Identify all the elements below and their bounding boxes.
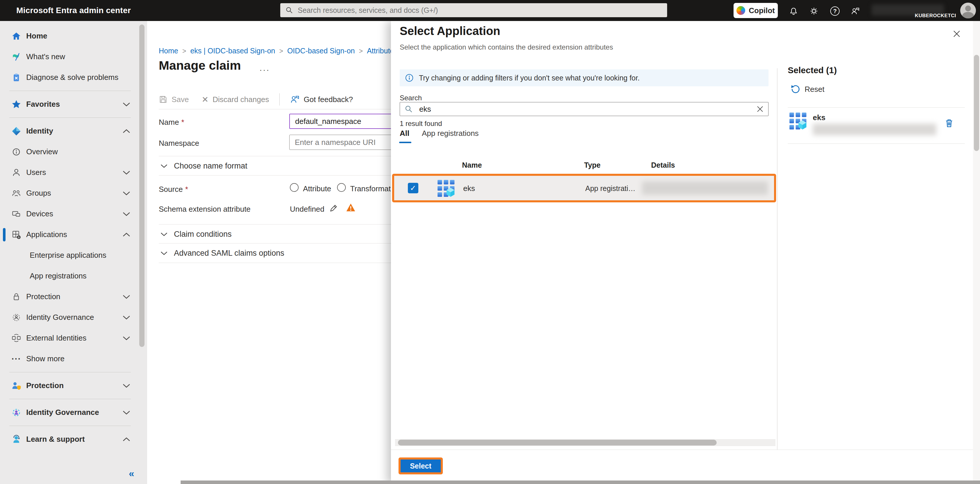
sidebar-item-favorites[interactable]: Favorites bbox=[0, 94, 147, 115]
global-search[interactable] bbox=[280, 3, 667, 17]
sidebar-item-learn-support[interactable]: Learn & support bbox=[0, 429, 147, 450]
breadcrumb-separator: > bbox=[182, 47, 186, 55]
applications-grid-icon bbox=[10, 228, 23, 241]
sidebar-item-overview[interactable]: Overview bbox=[0, 141, 147, 162]
window-scrollbar-thumb[interactable] bbox=[974, 55, 979, 151]
namespace-input[interactable] bbox=[289, 135, 391, 150]
source-attribute-radio[interactable] bbox=[290, 183, 299, 192]
sidebar-item-protection[interactable]: Protection bbox=[0, 286, 147, 307]
tab-app-registrations[interactable]: App registrations bbox=[422, 129, 479, 138]
selected-indicator bbox=[3, 228, 6, 241]
chevron-down-icon bbox=[123, 383, 130, 388]
horizontal-scrollbar-track[interactable] bbox=[395, 439, 775, 446]
namespace-field-label: Namespace bbox=[159, 139, 199, 148]
entra-admin-app: Microsoft Entra admin center Copilot ? bbox=[0, 0, 980, 484]
choose-name-format-expander[interactable]: Choose name format bbox=[161, 161, 247, 171]
sidebar-item-app-registrations[interactable]: App registrations bbox=[0, 266, 147, 286]
sidebar-item-identity-governance-hub[interactable]: Identity Governance bbox=[0, 402, 147, 423]
chevron-down-icon bbox=[161, 164, 167, 168]
page-title: Manage claim bbox=[159, 58, 241, 73]
panel-subtitle: Select the application which contains th… bbox=[400, 43, 613, 51]
claim-conditions-expander[interactable]: Claim conditions bbox=[161, 230, 232, 239]
panel-search-box[interactable] bbox=[400, 102, 768, 116]
row-checkbox[interactable]: ✓ bbox=[408, 183, 418, 193]
info-banner-text: Try changing or adding filters if you do… bbox=[419, 74, 640, 82]
sidebar-item-identity[interactable]: Identity bbox=[0, 121, 147, 141]
edit-pencil-icon[interactable] bbox=[329, 203, 338, 213]
sidebar-item-users[interactable]: Users bbox=[0, 162, 147, 183]
panel-search-input[interactable] bbox=[418, 104, 751, 114]
sidebar-item-home[interactable]: Home bbox=[0, 26, 147, 46]
sidebar-item-applications[interactable]: Applications bbox=[0, 224, 147, 245]
divider bbox=[159, 175, 391, 176]
schema-extension-label: Schema extension attribute bbox=[159, 204, 251, 214]
settings-button[interactable] bbox=[808, 5, 820, 18]
chevron-up-icon bbox=[123, 129, 130, 134]
sidebar-item-label: Protection bbox=[26, 381, 64, 390]
sidebar-item-protection-hub[interactable]: Protection bbox=[0, 375, 147, 396]
sidebar-item-devices[interactable]: Devices bbox=[0, 203, 147, 224]
chevron-down-icon bbox=[123, 170, 130, 175]
breadcrumb-attributes[interactable]: Attribute bbox=[367, 47, 391, 55]
sidebar-item-enterprise-applications[interactable]: Enterprise applications bbox=[0, 245, 147, 266]
save-icon bbox=[159, 95, 167, 104]
sidebar-item-label: Devices bbox=[26, 209, 53, 218]
discard-label: Discard changes bbox=[213, 95, 269, 104]
remove-selected-button[interactable] bbox=[943, 117, 955, 129]
panel-search-label: Search bbox=[400, 94, 422, 102]
sidebar-item-groups[interactable]: Groups bbox=[0, 183, 147, 203]
save-label: Save bbox=[172, 95, 189, 104]
app-title[interactable]: Microsoft Entra admin center bbox=[16, 0, 131, 21]
chevron-down-icon bbox=[123, 336, 130, 340]
identity-diamond-icon bbox=[10, 125, 23, 137]
sidebar-item-identity-governance[interactable]: Identity Governance bbox=[0, 307, 147, 328]
sidebar-item-label: What's new bbox=[26, 52, 65, 61]
sidebar-item-show-more[interactable]: ··· Show more bbox=[0, 348, 147, 369]
horizontal-scrollbar-thumb[interactable] bbox=[398, 440, 717, 446]
copilot-label: Copilot bbox=[749, 6, 775, 15]
feedback-icon bbox=[851, 7, 860, 16]
global-search-input[interactable] bbox=[297, 6, 662, 15]
tab-all[interactable]: All bbox=[400, 129, 409, 138]
reset-label: Reset bbox=[805, 85, 824, 94]
page-overflow-button[interactable]: ··· bbox=[259, 65, 270, 75]
advanced-saml-label: Advanced SAML claims options bbox=[174, 249, 284, 258]
panel-close-button[interactable] bbox=[950, 27, 963, 40]
sidebar-item-label: Identity Governance bbox=[26, 313, 94, 322]
help-button[interactable]: ? bbox=[829, 5, 842, 18]
learn-support-icon bbox=[10, 433, 23, 446]
sidebar-scrollbar[interactable] bbox=[139, 24, 145, 347]
sidebar-item-label: Learn & support bbox=[26, 435, 85, 444]
bottom-scrollbar[interactable] bbox=[181, 481, 980, 484]
sidebar-collapse-button[interactable]: « bbox=[129, 468, 134, 479]
bell-icon bbox=[789, 7, 798, 16]
breadcrumb-home[interactable]: Home bbox=[159, 47, 178, 55]
breadcrumb-oidc[interactable]: OIDC-based Sign-on bbox=[287, 47, 355, 55]
sidebar-divider bbox=[10, 399, 131, 399]
account-avatar[interactable] bbox=[960, 3, 976, 18]
trash-icon bbox=[944, 118, 954, 128]
sidebar-item-whats-new[interactable]: What's new bbox=[0, 46, 147, 67]
save-button[interactable]: Save bbox=[159, 95, 189, 104]
copilot-button[interactable]: Copilot bbox=[733, 3, 778, 18]
feedback-button[interactable] bbox=[849, 5, 862, 18]
sidebar-item-external-identities[interactable]: External Identities bbox=[0, 328, 147, 348]
source-transformation-radio[interactable] bbox=[337, 183, 346, 192]
name-input[interactable] bbox=[289, 114, 391, 129]
breadcrumb-eks[interactable]: eks | OIDC-based Sign-on bbox=[190, 47, 275, 55]
sidebar-item-label: App registrations bbox=[30, 272, 86, 281]
advanced-saml-expander[interactable]: Advanced SAML claims options bbox=[161, 249, 284, 258]
sidebar-item-label: Users bbox=[26, 168, 46, 177]
window-scrollbar-track[interactable] bbox=[973, 21, 980, 484]
discard-x-icon: ✕ bbox=[202, 95, 208, 104]
selected-item-name: eks bbox=[813, 113, 825, 122]
select-button[interactable]: Select bbox=[401, 460, 441, 472]
clear-search-icon[interactable] bbox=[757, 105, 764, 113]
feedback-button-page[interactable]: Got feedback? bbox=[290, 95, 353, 104]
sidebar-item-diagnose[interactable]: Diagnose & solve problems bbox=[0, 67, 147, 88]
reset-button[interactable]: Reset bbox=[791, 85, 824, 94]
discard-changes-button[interactable]: ✕ Discard changes bbox=[202, 95, 269, 104]
source-field-label: Source* bbox=[159, 185, 188, 194]
notifications-button[interactable] bbox=[787, 5, 800, 18]
application-row-eks[interactable]: ✓ eks App registrati… bbox=[392, 174, 776, 202]
